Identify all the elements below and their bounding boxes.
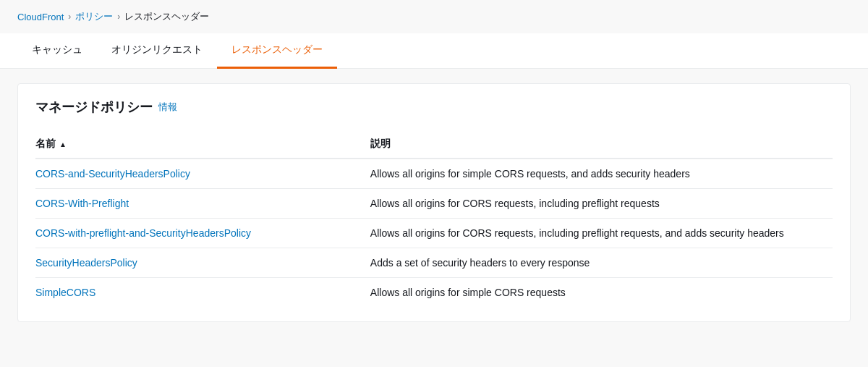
table-row: CORS-and-SecurityHeadersPolicyAllows all… xyxy=(35,159,833,189)
policy-name-cell: CORS-with-preflight-and-SecurityHeadersP… xyxy=(35,219,370,248)
table-row: CORS-With-PreflightAllows all origins fo… xyxy=(35,189,833,219)
policy-table: 名前 ▲ 説明 CORS-and-SecurityHeadersPolicyAl… xyxy=(35,130,833,307)
card-header: マネージドポリシー 情報 xyxy=(35,98,833,116)
policy-name-link[interactable]: CORS-with-preflight-and-SecurityHeadersP… xyxy=(35,227,251,239)
col-header-desc: 説明 xyxy=(370,130,833,159)
breadcrumb-sep-2: › xyxy=(117,12,120,22)
policy-desc-cell: Allows all origins for simple CORS reque… xyxy=(370,159,833,189)
info-link[interactable]: 情報 xyxy=(158,101,177,114)
breadcrumb-sep-1: › xyxy=(68,12,71,22)
policy-desc-cell: Allows all origins for simple CORS reque… xyxy=(370,278,833,308)
table-row: CORS-with-preflight-and-SecurityHeadersP… xyxy=(35,219,833,248)
policy-name-link[interactable]: SimpleCORS xyxy=(35,287,95,298)
tab-origin-request[interactable]: オリジンリクエスト xyxy=(97,33,217,69)
tabs-container: キャッシュ オリジンリクエスト レスポンスヘッダー xyxy=(0,33,868,69)
policy-desc-cell: Allows all origins for CORS requests, in… xyxy=(370,219,833,248)
breadcrumb-cloudfront[interactable]: CloudFront xyxy=(17,12,64,22)
sort-icon: ▲ xyxy=(59,140,67,148)
table-row: SimpleCORSAllows all origins for simple … xyxy=(35,278,833,308)
table-row: SecurityHeadersPolicyAdds a set of secur… xyxy=(35,248,833,278)
managed-policy-card: マネージドポリシー 情報 名前 ▲ 説明 CORS-and-SecurityHe… xyxy=(17,83,851,322)
policy-name-cell: SecurityHeadersPolicy xyxy=(35,248,370,278)
tab-cache[interactable]: キャッシュ xyxy=(17,33,97,69)
breadcrumb: CloudFront › ポリシー › レスポンスヘッダー xyxy=(0,0,868,33)
policy-name-link[interactable]: CORS-With-Preflight xyxy=(35,198,129,209)
col-header-name: 名前 ▲ xyxy=(35,130,370,159)
policy-desc-cell: Adds a set of security headers to every … xyxy=(370,248,833,278)
breadcrumb-current: レスポンスヘッダー xyxy=(124,10,209,23)
policy-name-link[interactable]: CORS-and-SecurityHeadersPolicy xyxy=(35,168,190,180)
card-title: マネージドポリシー xyxy=(35,98,153,116)
policy-name-cell: CORS-and-SecurityHeadersPolicy xyxy=(35,159,370,189)
policy-desc-cell: Allows all origins for CORS requests, in… xyxy=(370,189,833,219)
policy-name-link[interactable]: SecurityHeadersPolicy xyxy=(35,257,137,269)
breadcrumb-policy[interactable]: ポリシー xyxy=(75,10,113,23)
policy-name-cell: CORS-With-Preflight xyxy=(35,189,370,219)
tab-response-headers[interactable]: レスポンスヘッダー xyxy=(217,33,337,69)
main-content: マネージドポリシー 情報 名前 ▲ 説明 CORS-and-SecurityHe… xyxy=(0,69,868,337)
policy-name-cell: SimpleCORS xyxy=(35,278,370,308)
